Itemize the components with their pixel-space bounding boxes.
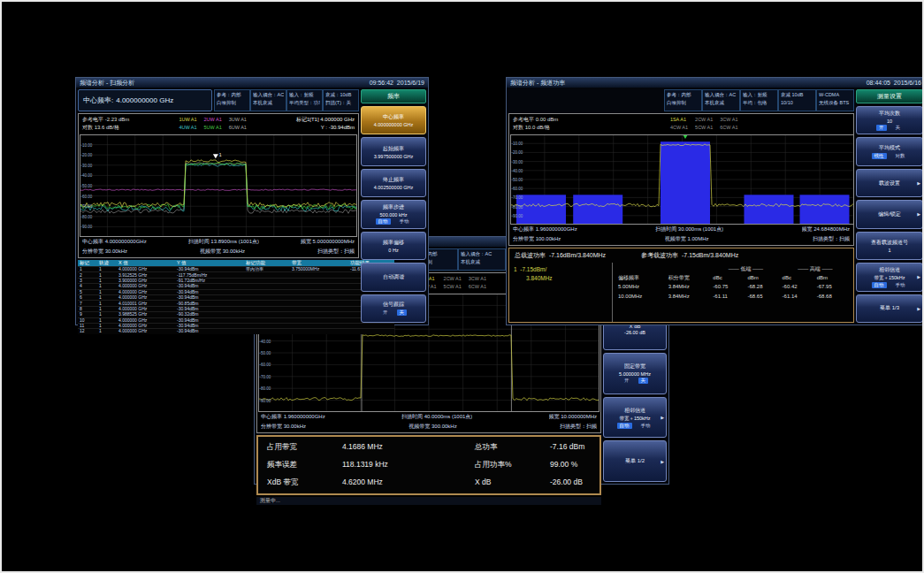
offset-col-header: dBm	[745, 273, 780, 282]
toggle-option[interactable]: 自动	[617, 423, 632, 429]
menu-button-label: 3.997500000 GHz	[363, 154, 424, 159]
annotation: 频宽 10.000000MHz	[549, 413, 597, 421]
total-carrier-power: 总载波功率 -7.16dBm/3.840MHz	[515, 251, 606, 260]
marker-table-cell: 4.000000 GHz	[117, 329, 175, 334]
trace-label: 3UW A1	[229, 116, 247, 124]
toggle-option[interactable]: 自动	[376, 218, 391, 225]
toggle-group: 自动手动	[858, 282, 921, 288]
spacer	[667, 264, 712, 273]
trace-label: 5UW A1	[204, 124, 222, 132]
annotation: 分辨带宽 100.00kHz	[513, 235, 561, 243]
trace-label: 5CW A1	[444, 283, 462, 291]
badge-line: 平均类型：功率 100/100	[289, 99, 320, 107]
y-axis-label: -10.00	[81, 143, 93, 148]
offset-cell: -61.11	[711, 292, 745, 301]
toggle-option[interactable]: 手动	[893, 282, 908, 288]
menu-button-4[interactable]: 编辑/锁定▶	[856, 200, 923, 228]
y-axis-label: -60.00	[81, 195, 93, 199]
channel-power-plot[interactable]: -10.00-20.00-30.00-40.00-50.00-60.00-70.…	[510, 134, 854, 225]
menu-button-5[interactable]: 查看载波频道号1	[856, 232, 923, 260]
chevron-right-icon: ▶	[661, 459, 664, 464]
offset-cell: 3.84MHz	[667, 292, 712, 301]
menu-button-5[interactable]: 频率偏移0 Hz	[361, 232, 426, 260]
menu-button-1[interactable]: 平均次数10开关	[856, 106, 923, 134]
annotation: 中心频率 4.000000000GHz	[82, 238, 147, 246]
menu-button-2[interactable]: 起始频率3.997500000 GHz	[361, 137, 426, 165]
toggle-option[interactable]: 手动	[397, 218, 412, 225]
trace-label: 2CW A1	[444, 275, 462, 283]
header-badge: 参考：内部白噪抑制	[214, 89, 250, 111]
offset-cell: 5.00MHz	[616, 282, 667, 291]
marker-table-cell: -30.94dBm	[175, 329, 244, 334]
toggle-option[interactable]: 关	[397, 309, 408, 316]
result-cell: 占用带宽	[267, 442, 342, 453]
badge-line: 输入耦合：AC	[461, 250, 503, 258]
menu-button-2[interactable]: 平均模式线性对数	[856, 137, 923, 165]
toggle-option[interactable]: 关	[638, 378, 649, 384]
center-freq-input[interactable]: 中心频率: 4.000000000 GHz	[78, 89, 212, 111]
titlebar[interactable]: 频谱分析 - 扫频分析 09:56:42 2015/6/19	[76, 78, 428, 88]
toggle-option[interactable]: 线性	[872, 153, 887, 159]
chevron-right-icon: ▶	[917, 211, 920, 217]
channel-bar	[573, 195, 622, 225]
toggle-option[interactable]: 自动	[872, 282, 887, 288]
menu-button-7[interactable]: 菜单 1/3▶	[856, 294, 923, 323]
offset-col-header: 积分带宽	[667, 273, 712, 282]
y-axis-label: -40.00	[260, 340, 271, 344]
y-axis-label: -70.00	[512, 195, 523, 200]
menu-button-6[interactable]: 相邻信道带宽＋150kHz自动手动▶	[856, 263, 923, 291]
toggle-option[interactable]: 对数	[893, 153, 908, 159]
result-cell: 4.1686 MHz	[342, 442, 475, 453]
header-badge: 输入耦合：AC本机衰减	[702, 89, 740, 111]
annotation-row: 中心频率 1.960000000GHz扫描时间 30.000ms (1001点)…	[510, 225, 852, 234]
screen-background: 频谱分析 - 占用带宽 中心频率: 1.960000000 GHz 参考：内部白…	[0, 0, 924, 573]
chevron-right-icon: ▶	[917, 306, 920, 311]
annotation: 扫描类型：扫频	[560, 423, 597, 431]
y-axis-label: -20.00	[512, 150, 523, 155]
menu-button-4[interactable]: 频率步进500.000 kHz自动手动	[361, 200, 426, 228]
menu-button-label: 5.000000 MHz	[605, 371, 665, 377]
menu-button-1[interactable]: 中心频率4.000000000 GHz	[361, 106, 426, 134]
menu-button-3[interactable]: 载波设置▶	[856, 169, 923, 197]
toggle-option[interactable]: 开	[380, 309, 391, 316]
marker-table: 标记轨迹X 值Y 值标记功能带宽功能结果114.000000 GHz-30.94…	[78, 260, 394, 334]
sweep-spectrum-plot[interactable]: 1-10.00-20.00-30.00-40.00-50.00-60.00-70…	[80, 134, 357, 237]
marker-readout: 标记1[T1] 4.000000 GHz Y : -30.94dBm	[296, 116, 355, 134]
ref-carrier-power: 参考载波功率 -7.15dBm/3.840MHz	[641, 251, 738, 260]
y-axis-label: -70.00	[260, 375, 271, 379]
toggle-option[interactable]: 开	[622, 378, 632, 384]
softkey-menu-meas-settings: 测量设置平均次数10开关平均模式线性对数载波设置▶编辑/锁定▶查看载波频道号1相…	[856, 89, 923, 323]
y-axis-label: -40.00	[81, 173, 93, 178]
menu-button-3[interactable]: 终止频率4.002500000 GHz	[361, 169, 426, 197]
trace-label: 1UW A1	[179, 116, 196, 124]
freq-label: 中心频率:	[83, 96, 113, 105]
toggle-option[interactable]: 手动	[638, 423, 653, 429]
marker-table-cell	[290, 329, 348, 334]
ref-level-block: 参考电平 0.00 dBm 对数 10.0 dB/格	[513, 116, 558, 134]
offset-row: 5.00MHz3.84MHz-60.75-68.28-60.42-67.95	[616, 282, 850, 291]
toggle-option[interactable]: 关	[893, 125, 904, 131]
badge-line: 白噪抑制	[667, 99, 699, 107]
menu-button-label: 500.000 kHz	[363, 212, 424, 218]
menu-button-6[interactable]: 自动调谐	[361, 263, 426, 291]
toggle-option[interactable]: 开	[876, 125, 887, 131]
y-axis-label: -30.00	[81, 164, 93, 168]
titlebar[interactable]: 频谱分析 - 频道功率 08:44:05 2015/6/16	[507, 78, 924, 88]
menu-button-3[interactable]: 固定带宽5.000000 MHz开关	[603, 353, 667, 394]
marker-table-row[interactable]: 1214.000000 GHz-30.94dBm	[78, 329, 394, 334]
header-badges: 参考：内部白噪抑制输入耦合：AC本机衰减输入：射频平均：包络衰减 10dB10/…	[664, 89, 854, 111]
menu-button-label: 平均次数	[858, 110, 921, 118]
badge-line: 无线设备 BTS	[819, 99, 851, 107]
trace-legend: 1SA A12CW A13CW A14CW A15CW A16CW A1	[670, 116, 738, 134]
menu-button-5[interactable]: 菜单 1/2▶	[603, 440, 667, 482]
offset-row: 10.00MHz3.84MHz-61.11-68.65-61.14-68.68	[616, 292, 850, 301]
menu-button-4[interactable]: 相邻信道带宽＋150kHz自动手动▶	[603, 397, 667, 439]
menu-button-7[interactable]: 信号跟踪开关	[361, 294, 426, 323]
marker-table-header: 标记功能	[244, 260, 290, 267]
menu-button-label: 载波设置	[858, 180, 921, 187]
freq-value: 4.000000000 GHz	[116, 96, 173, 104]
menu-button-label: 信号跟踪	[363, 301, 424, 309]
annotation: 频宽 24.684800MHz	[802, 225, 850, 233]
trace-label: 4CW A1	[670, 124, 688, 132]
marker-label: 1	[219, 152, 222, 157]
